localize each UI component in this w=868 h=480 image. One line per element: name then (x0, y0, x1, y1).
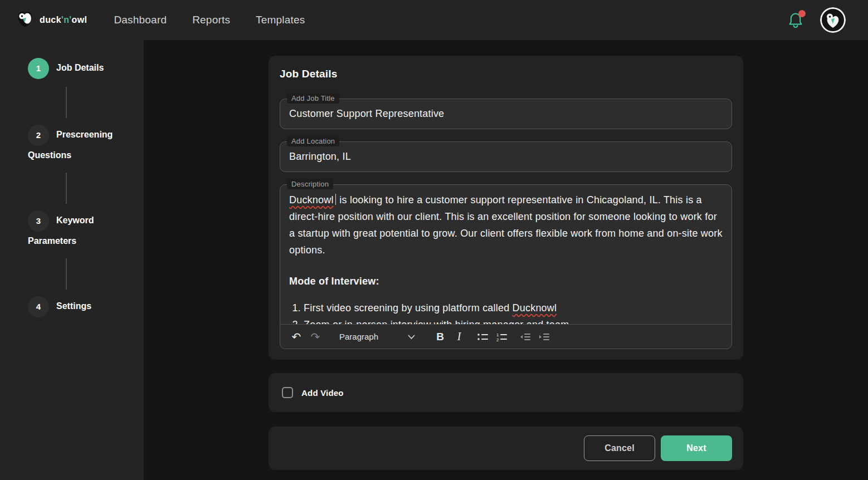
outdent-icon[interactable] (515, 327, 534, 346)
step-3-circle: 3 (28, 210, 49, 232)
job-title-label: Add Job Title (287, 93, 339, 104)
job-title-value: Customer Support Representative (289, 108, 444, 120)
paragraph-style-value: Paragraph (339, 332, 378, 341)
job-details-card: Job Details Add Job Title Customer Suppo… (269, 56, 743, 360)
step-4-label: Settings (56, 301, 91, 311)
notifications-bell-icon[interactable] (788, 12, 803, 28)
add-video-label: Add Video (301, 388, 344, 398)
bold-button[interactable]: B (431, 327, 450, 346)
undo-icon[interactable]: ↶ (287, 327, 306, 346)
location-input[interactable]: Add Location Barrington, IL (280, 141, 732, 172)
notification-dot (798, 10, 806, 17)
step-4-circle: 4 (28, 296, 49, 317)
add-video-checkbox[interactable] (282, 387, 293, 398)
step-connector (66, 173, 67, 204)
list-item: Zoom or in-person interview with hiring … (304, 316, 723, 324)
add-video-card: Add Video (269, 373, 743, 412)
main-content: Job Details Add Job Title Customer Suppo… (144, 40, 868, 480)
nav-dashboard[interactable]: Dashboard (114, 14, 167, 26)
job-title-input[interactable]: Add Job Title Customer Support Represent… (280, 99, 732, 129)
nav-reports[interactable]: Reports (192, 14, 230, 26)
step-settings[interactable]: 4Settings (28, 296, 135, 317)
step-1-label: Job Details (56, 63, 104, 72)
paragraph-style-dropdown[interactable]: Paragraph (333, 327, 421, 346)
topbar-actions (788, 7, 846, 33)
italic-button[interactable]: I (450, 327, 469, 346)
step-job-details[interactable]: 1Job Details (28, 58, 135, 79)
chevron-down-icon (408, 332, 415, 341)
description-heading: Mode of Interview: (289, 273, 723, 290)
redo-icon[interactable]: ↷ (306, 327, 325, 346)
step-connector (66, 258, 67, 290)
cancel-button[interactable]: Cancel (584, 435, 655, 461)
description-label: Description (287, 179, 333, 189)
step-1-circle: 1 (28, 58, 49, 79)
step-prescreening-questions[interactable]: 2Prescreening Questions (28, 125, 135, 165)
top-bar: duck'n'owl Dashboard Reports Templates (0, 0, 868, 40)
form-title: Job Details (280, 68, 732, 80)
interview-steps-list: First video screening by using platform … (289, 300, 723, 324)
bulleted-list-icon[interactable] (473, 327, 492, 346)
step-connector (66, 87, 67, 118)
location-label: Add Location (287, 136, 339, 146)
svg-text:2: 2 (496, 337, 499, 342)
numbered-list-icon[interactable]: 1 2 (492, 327, 511, 346)
owl-logo-icon (16, 9, 35, 31)
svg-text:1: 1 (496, 332, 499, 337)
text-cursor (335, 194, 337, 205)
footer-actions-card: Cancel Next (269, 427, 743, 470)
main-nav: Dashboard Reports Templates (114, 14, 305, 26)
list-item: First video screening by using platform … (304, 300, 723, 316)
brand-logo[interactable]: duck'n'owl (16, 9, 87, 31)
nav-templates[interactable]: Templates (256, 14, 305, 26)
step-2-circle: 2 (28, 125, 49, 146)
indent-icon[interactable] (534, 327, 553, 346)
step-keyword-parameters[interactable]: 3Keyword Parameters (28, 210, 135, 251)
description-textarea[interactable]: Ducknowl is looking to hire a customer s… (280, 185, 732, 324)
wizard-stepper-sidebar: 1Job Details 2Prescreening Questions 3Ke… (0, 40, 144, 480)
next-button[interactable]: Next (661, 435, 732, 461)
user-avatar[interactable] (820, 7, 846, 33)
description-editor: Description Ducknowl is looking to hire … (280, 184, 732, 349)
brand-name: duck'n'owl (40, 15, 87, 25)
location-value: Barrington, IL (289, 151, 351, 163)
description-paragraph: Ducknowl is looking to hire a customer s… (289, 192, 723, 258)
editor-toolbar: ↶ ↷ Paragraph B I (280, 324, 732, 349)
